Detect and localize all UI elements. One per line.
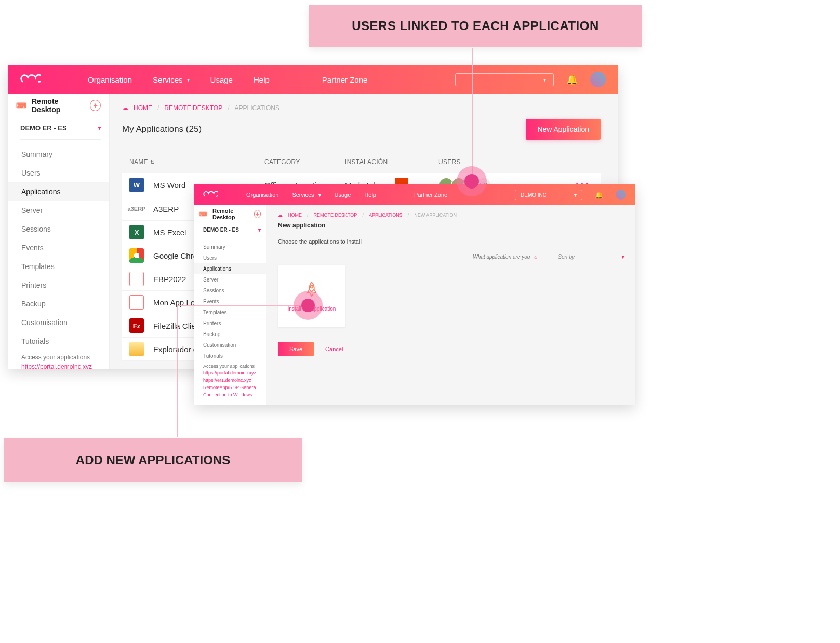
nav-partner-zone[interactable]: Partner Zone: [414, 192, 447, 198]
user-avatar[interactable]: [590, 72, 606, 87]
sidebar-menu: Summary Users Applications Server Sessio…: [194, 242, 266, 361]
sidebar-item-sessions[interactable]: Sessions: [194, 285, 266, 296]
sidebar-item-tutorials[interactable]: Tutorials: [8, 332, 109, 351]
sidebar-item-summary[interactable]: Summary: [194, 242, 266, 252]
highlight-dot: [301, 299, 315, 312]
nav-organisation[interactable]: Organisation: [88, 75, 132, 84]
page-title: My Applications (25): [122, 124, 202, 135]
link-connection[interactable]: Connection to Windows Rem…: [203, 392, 261, 399]
sort-dropdown[interactable]: Sort by▾: [558, 254, 624, 260]
link-remoteapp[interactable]: RemoteApp/RDP Generator?: [203, 384, 261, 392]
sidebar-item-printers[interactable]: Printers: [194, 318, 266, 329]
col-category[interactable]: CATEGORY: [264, 158, 345, 166]
breadcrumb: ☁ HOME / REMOTE DESKTOP / APPLICATIONS: [122, 104, 601, 112]
cancel-button[interactable]: Cancel: [325, 346, 343, 352]
col-install[interactable]: INSTALACIÓN: [345, 158, 438, 166]
search-box[interactable]: ⌕: [473, 254, 537, 260]
cloud-icon: ☁: [122, 104, 128, 112]
sidebar-item-customisation[interactable]: Customisation: [194, 340, 266, 351]
table-header: NAME⇅ CATEGORY INSTALACIÓN USERS: [122, 151, 601, 173]
add-button[interactable]: +: [90, 100, 101, 111]
sidebar: ⌨ Remote Desktop + DEMO ER - ES▾ Summary…: [8, 94, 110, 369]
sidebar-item-tutorials[interactable]: Tutorials: [194, 351, 266, 361]
save-button[interactable]: Save: [278, 342, 314, 356]
sidebar-org-dropdown[interactable]: DEMO ER - ES▾: [8, 119, 109, 139]
page-title: New application: [278, 222, 624, 229]
nav-services[interactable]: Services▾: [153, 75, 190, 84]
user-avatar[interactable]: [616, 190, 626, 200]
divider: [20, 139, 101, 140]
sidebar-item-server[interactable]: Server: [8, 201, 109, 220]
nav-usage[interactable]: Usage: [210, 75, 233, 84]
link-portal[interactable]: https://portal.demoinc.xyz: [203, 370, 261, 377]
crumb-new-application: NEW APPLICATION: [414, 212, 457, 218]
svg-point-0: [311, 285, 313, 288]
breadcrumb: ☁ HOME/ REMOTE DESKTOP/ APPLICATIONS/ NE…: [278, 212, 624, 218]
col-name[interactable]: NAME⇅: [129, 158, 264, 166]
search-input[interactable]: [473, 254, 530, 260]
nav-organisation[interactable]: Organisation: [246, 192, 278, 198]
app-name: MS Excel: [153, 228, 186, 237]
crumb-home[interactable]: HOME: [288, 212, 302, 218]
crumb-remote-desktop[interactable]: REMOTE DESKTOP: [164, 104, 222, 112]
topbar: Organisation Services▾ Usage Help Partne…: [8, 65, 618, 94]
chevron-down-icon: ▾: [98, 125, 101, 131]
filezilla-icon: Fz: [129, 318, 144, 333]
crumb-home[interactable]: HOME: [134, 104, 152, 112]
app-name: EBP2022: [153, 275, 186, 284]
nav-usage[interactable]: Usage: [335, 192, 351, 198]
new-application-button[interactable]: New Application: [526, 119, 601, 140]
bell-icon[interactable]: 🔔: [566, 74, 578, 85]
chevron-down-icon: ▾: [258, 227, 261, 233]
sidebar-org-dropdown[interactable]: DEMO ER - ES▾: [194, 223, 266, 238]
nav-help[interactable]: Help: [254, 75, 270, 84]
sidebar-item-backup[interactable]: Backup: [194, 329, 266, 340]
org-dropdown[interactable]: ▾: [455, 73, 554, 86]
link-portal[interactable]: https://portal.demoinc.xyz: [21, 362, 101, 369]
page-subtitle: Choose the applications to install: [278, 238, 624, 245]
filter-row: ⌕ Sort by▾: [278, 254, 624, 260]
sidebar-item-users[interactable]: Users: [8, 164, 109, 182]
chevron-down-icon: ▾: [574, 192, 577, 198]
new-application-panel: Organisation Services▾ Usage Help Partne…: [194, 184, 635, 405]
access-label: Access your applications: [203, 364, 261, 369]
nav-partner-zone[interactable]: Partner Zone: [322, 75, 368, 84]
nav-divider: [296, 74, 296, 85]
sidebar-footer: Access your applications https://portal.…: [8, 351, 109, 369]
logo-icon[interactable]: [20, 73, 41, 87]
sidebar-item-customisation[interactable]: Customisation: [8, 313, 109, 332]
logo-icon[interactable]: [203, 190, 218, 200]
remote-desktop-icon: ⌨: [199, 211, 207, 218]
app-name: A3ERP: [153, 205, 179, 213]
sidebar-item-applications[interactable]: Applications: [8, 182, 109, 201]
sort-icon: ⇅: [150, 159, 154, 165]
sidebar-item-templates[interactable]: Templates: [8, 257, 109, 276]
sidebar-item-server[interactable]: Server: [194, 274, 266, 285]
sidebar-item-templates[interactable]: Templates: [194, 307, 266, 318]
monitor-icon: [129, 272, 144, 286]
sidebar-item-backup[interactable]: Backup: [8, 294, 109, 313]
org-dropdown[interactable]: DEMO INC▾: [515, 190, 582, 200]
nav-help[interactable]: Help: [364, 192, 376, 198]
chevron-down-icon: ▾: [318, 192, 321, 198]
sidebar-item-sessions[interactable]: Sessions: [8, 220, 109, 238]
search-icon[interactable]: ⌕: [534, 254, 537, 260]
callout-connector: [472, 48, 473, 178]
sidebar-item-users[interactable]: Users: [194, 252, 266, 263]
monitor-icon: [129, 295, 144, 310]
sidebar-item-printers[interactable]: Printers: [8, 276, 109, 294]
sidebar-item-events[interactable]: Events: [8, 238, 109, 257]
chevron-down-icon: ▾: [543, 77, 546, 83]
col-users[interactable]: USERS: [438, 158, 593, 166]
link-er1[interactable]: https://er1.demoinc.xyz: [203, 377, 261, 384]
add-button[interactable]: +: [254, 210, 261, 218]
nav-services[interactable]: Services▾: [292, 192, 321, 198]
cloud-icon: ☁: [278, 212, 283, 218]
bell-icon[interactable]: 🔔: [595, 191, 603, 199]
a3erp-icon: a3ERP: [129, 202, 144, 216]
crumb-remote-desktop[interactable]: REMOTE DESKTOP: [314, 212, 357, 218]
crumb-applications: APPLICATIONS: [234, 104, 279, 112]
sidebar-item-summary[interactable]: Summary: [8, 145, 109, 164]
sidebar-item-applications[interactable]: Applications: [194, 263, 266, 274]
crumb-applications[interactable]: APPLICATIONS: [369, 212, 403, 218]
